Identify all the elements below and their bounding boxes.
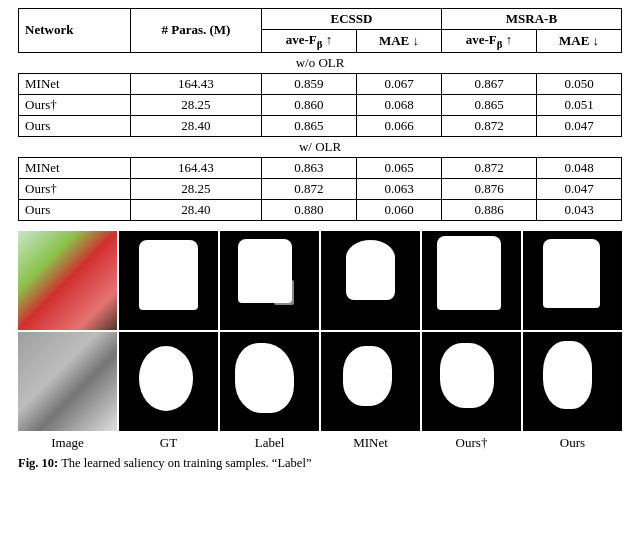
row-ecssd-mae: 0.066: [357, 115, 442, 136]
image-row1-col6: [523, 231, 622, 330]
row-msrab-mae: 0.047: [537, 178, 622, 199]
row-ecssd-fb: 0.865: [261, 115, 356, 136]
row-msrab-mae: 0.050: [537, 73, 622, 94]
row-ecssd-mae: 0.065: [357, 157, 442, 178]
image-row2-col4: [321, 332, 420, 431]
section1-label: w/o OLR: [19, 52, 622, 73]
image-row2-col2: [119, 332, 218, 431]
row-network: Ours†: [19, 178, 131, 199]
image-section: Image GT Label MINet Ours† Ours Fig. 10:…: [18, 231, 622, 473]
caption-fig-num: Fig. 10:: [18, 456, 58, 470]
image-row2-col6: [523, 332, 622, 431]
section2-label: w/ OLR: [19, 136, 622, 157]
row-ecssd-mae: 0.063: [357, 178, 442, 199]
table-row: Ours† 28.25 0.872 0.063 0.876 0.047: [19, 178, 622, 199]
header-paras: # Paras. (M): [130, 9, 261, 53]
header-msrab-fb: ave-Fβ ↑: [441, 30, 536, 53]
row-ecssd-mae: 0.067: [357, 73, 442, 94]
header-ecssd: ECSSD: [261, 9, 441, 30]
image-row2-col1: [18, 332, 117, 431]
row-paras: 28.25: [130, 94, 261, 115]
caption-text: The learned saliency on training samples…: [58, 456, 311, 470]
table-row: Ours 28.40 0.880 0.060 0.886 0.043: [19, 199, 622, 220]
header-ecssd-fb: ave-Fβ ↑: [261, 30, 356, 53]
label-ours: Ours: [523, 435, 622, 451]
label-label: Label: [220, 435, 319, 451]
image-labels: Image GT Label MINet Ours† Ours: [18, 435, 622, 451]
row-ecssd-fb: 0.859: [261, 73, 356, 94]
row-network: Ours: [19, 199, 131, 220]
row-ecssd-fb: 0.863: [261, 157, 356, 178]
row-network: MINet: [19, 157, 131, 178]
image-row2-col5: [422, 332, 521, 431]
row-msrab-fb: 0.886: [441, 199, 536, 220]
image-row1-col5: [422, 231, 521, 330]
row-msrab-fb: 0.867: [441, 73, 536, 94]
row-network: Ours: [19, 115, 131, 136]
row-network: Ours†: [19, 94, 131, 115]
row-msrab-fb: 0.865: [441, 94, 536, 115]
label-ours-dagger: Ours†: [422, 435, 521, 451]
row-paras: 28.40: [130, 199, 261, 220]
figure-caption: Fig. 10: The learned saliency on trainin…: [18, 455, 622, 473]
image-row1-col3: [220, 231, 319, 330]
row-ecssd-mae: 0.068: [357, 94, 442, 115]
image-row1-col1: [18, 231, 117, 330]
row-msrab-mae: 0.047: [537, 115, 622, 136]
label-minet: MINet: [321, 435, 420, 451]
row-paras: 28.25: [130, 178, 261, 199]
row-paras: 164.43: [130, 73, 261, 94]
row-ecssd-fb: 0.872: [261, 178, 356, 199]
row-msrab-mae: 0.048: [537, 157, 622, 178]
row-network: MINet: [19, 73, 131, 94]
image-row2-col3: [220, 332, 319, 431]
row-msrab-mae: 0.043: [537, 199, 622, 220]
row-msrab-fb: 0.872: [441, 157, 536, 178]
row-msrab-fb: 0.876: [441, 178, 536, 199]
row-msrab-fb: 0.872: [441, 115, 536, 136]
label-gt: GT: [119, 435, 218, 451]
row-ecssd-mae: 0.060: [357, 199, 442, 220]
table-row: Ours 28.40 0.865 0.066 0.872 0.047: [19, 115, 622, 136]
row-paras: 28.40: [130, 115, 261, 136]
label-image: Image: [18, 435, 117, 451]
row-ecssd-fb: 0.860: [261, 94, 356, 115]
table-row: MINet 164.43 0.859 0.067 0.867 0.050: [19, 73, 622, 94]
row-ecssd-fb: 0.880: [261, 199, 356, 220]
header-msrab: MSRA-B: [441, 9, 621, 30]
image-grid: [18, 231, 622, 431]
header-msrab-mae: MAE ↓: [537, 30, 622, 53]
header-ecssd-mae: MAE ↓: [357, 30, 442, 53]
table-row: MINet 164.43 0.863 0.065 0.872 0.048: [19, 157, 622, 178]
row-paras: 164.43: [130, 157, 261, 178]
comparison-table: Network # Paras. (M) ECSSD MSRA-B ave-Fβ…: [18, 8, 622, 221]
row-msrab-mae: 0.051: [537, 94, 622, 115]
image-row1-col4: [321, 231, 420, 330]
header-network: Network: [19, 9, 131, 53]
image-row1-col2: [119, 231, 218, 330]
table-row: Ours† 28.25 0.860 0.068 0.865 0.051: [19, 94, 622, 115]
